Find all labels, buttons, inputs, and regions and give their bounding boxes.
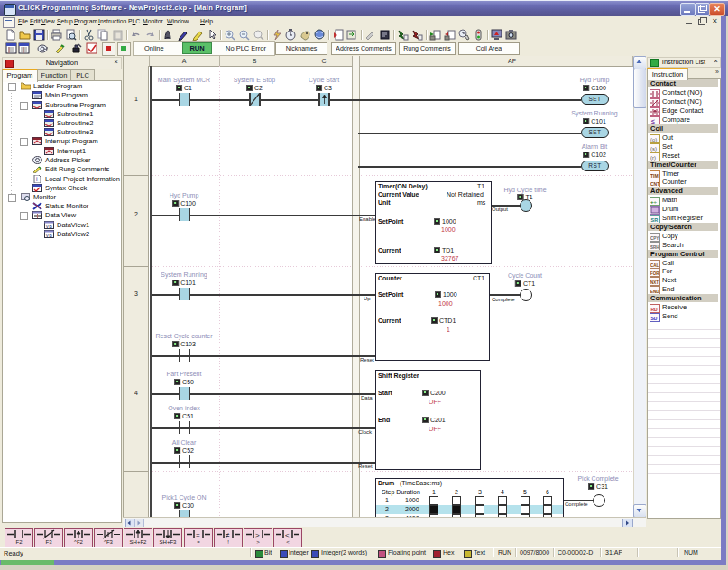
- svg-text:RD: RD: [651, 307, 659, 312]
- svg-text:CNT: CNT: [650, 181, 659, 187]
- svg-text:END: END: [650, 290, 659, 294]
- svg-text:SRH: SRH: [650, 245, 659, 250]
- svg-text:(r): (r): [650, 155, 656, 161]
- svg-text:FOR: FOR: [650, 271, 659, 276]
- svg-text:>: >: [255, 531, 260, 539]
- svg-text:VB: VB: [46, 233, 53, 238]
- svg-text:SD: SD: [651, 316, 658, 321]
- svg-text:NXT: NXT: [650, 280, 659, 285]
- svg-text:=: =: [196, 531, 200, 539]
- svg-text:SR: SR: [651, 217, 659, 223]
- svg-text:<: <: [285, 531, 290, 539]
- svg-text:(o): (o): [650, 137, 657, 142]
- svg-text:VB: VB: [46, 224, 53, 229]
- svg-text:(s): (s): [650, 146, 657, 152]
- svg-text:≠: ≠: [226, 531, 230, 539]
- svg-text:CPY: CPY: [650, 236, 659, 241]
- svg-text:≤: ≤: [651, 118, 655, 124]
